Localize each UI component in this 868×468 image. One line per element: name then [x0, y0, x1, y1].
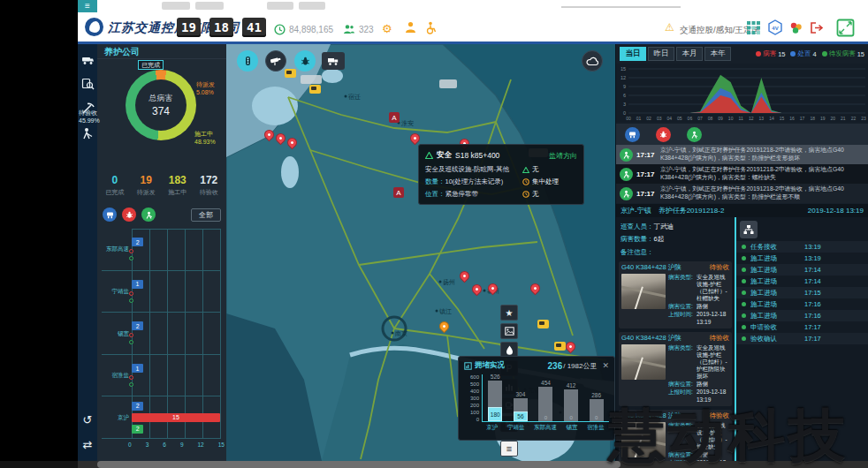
tooltip-qty: 10(处理方法未记录) — [445, 177, 504, 185]
weather-cloud-button[interactable] — [582, 50, 603, 72]
vehicle-marker[interactable] — [285, 69, 296, 78]
svg-text:11: 11 — [739, 116, 743, 121]
map-menu-button[interactable]: ≡ — [500, 441, 518, 457]
event-list: 17:17京沪-宁镇，刘斌正在对养护任务20191218-2申请验收，病害地点G… — [616, 145, 868, 203]
hexagon-4v-icon[interactable]: 4V — [767, 19, 783, 39]
svg-text:03: 03 — [657, 116, 662, 121]
worker-filter-button[interactable] — [687, 127, 702, 142]
province-map[interactable]: 宿迁淮安盐城扬州泰州镇江南京常州无锡苏州南通 AA ★ — [226, 44, 615, 461]
cctv-camera-button[interactable] — [265, 50, 286, 72]
tab-本年[interactable]: 本年 — [704, 47, 731, 61]
close-icon[interactable]: ✕ — [602, 361, 609, 370]
tab-当日[interactable]: 当日 — [620, 47, 646, 61]
browser-chip — [195, 2, 224, 10]
congestion-x-labels: 京沪宁靖盐东部高速锡宜宿淮盐 — [482, 424, 609, 432]
clock-colon: : — [236, 21, 240, 34]
timeline-item: 施工进场17:14 — [736, 276, 868, 287]
defect-photo — [621, 344, 666, 380]
congestion-total: / 1982公里 — [563, 361, 597, 371]
defect-donut-zone: 总病害 374 已完成 待派发5.08% 施工中48.93% 待验收45.99% — [97, 59, 226, 172]
svg-text:23: 23 — [861, 116, 866, 121]
favorite-star-button[interactable]: ★ — [500, 305, 518, 321]
defect-card[interactable]: G40 K384+428 沪陕待验收病害类型:安全及巡线设施-护栏（已扣杆）-柱… — [619, 261, 732, 328]
undo-icon[interactable]: ↺ — [78, 413, 97, 426]
sweeper-truck-icon[interactable] — [78, 53, 97, 69]
event-tooltip: 安全 S18 k85+400 盐靖方向 安全及巡线设施-防眩网-其他 无 数量：… — [418, 144, 584, 205]
clock-colon: : — [203, 21, 207, 34]
bar-segment: 1 — [132, 280, 143, 289]
zero-dot — [129, 382, 133, 387]
bar-segment: 2 — [132, 238, 143, 246]
zero-dot — [129, 291, 133, 296]
maintenance-stats: 0已完成19待派发183施工中172待验收 — [97, 172, 226, 204]
stat-待派发: 19待派发 — [131, 172, 163, 204]
safety-triangle-icon — [425, 152, 433, 159]
svg-text:06: 06 — [688, 116, 693, 121]
worker-filter-button[interactable] — [141, 208, 156, 222]
svg-text:9: 9 — [623, 84, 626, 89]
hamburger-menu-button[interactable]: ≡ — [78, 0, 97, 12]
bug-filter-button[interactable] — [656, 127, 671, 142]
svg-text:18: 18 — [810, 116, 815, 121]
all-filter-button[interactable]: 全部 — [191, 208, 221, 222]
logout-icon[interactable] — [810, 21, 824, 38]
stat-施工中: 183施工中 — [162, 172, 194, 204]
event-item[interactable]: 17:17京沪-宁镇，刘斌正在对养护任务20191218-2申请验收，病害地点G… — [616, 184, 868, 203]
company-logo — [85, 18, 103, 36]
svg-text:22: 22 — [851, 116, 857, 121]
truck-layer-toggle[interactable] — [322, 52, 345, 70]
swap-arrows-icon[interactable]: ⇄ — [78, 438, 97, 451]
svg-text:15: 15 — [780, 116, 785, 121]
barrier-filter-button[interactable] — [103, 208, 117, 222]
bar-row-东部高速: 东部高速2 — [102, 229, 221, 271]
task-title: 京沪-宁镇 养护任务20191218-2 — [621, 206, 724, 215]
bug-filter-button[interactable] — [122, 208, 136, 222]
svg-text:08: 08 — [708, 116, 713, 121]
scrollbar-thumb[interactable] — [97, 461, 621, 468]
svg-text:淮安: 淮安 — [401, 120, 414, 127]
stat-待验收: 172待验收 — [194, 172, 225, 204]
road-worker-icon[interactable] — [78, 127, 97, 144]
tooltip-direction: 盐靖方向 — [549, 151, 577, 161]
tooltip-pos: 紧急停靠带 — [445, 190, 479, 198]
task-bar[interactable]: 京沪-宁镇 养护任务20191218-2 2019-12-18 13:19 — [616, 204, 868, 217]
clock-hours: 19 — [177, 18, 201, 37]
browser-chip — [267, 2, 293, 10]
flag-triangle-icon — [522, 167, 529, 173]
event-item[interactable]: 17:17京沪-宁镇，刘斌正在对养护任务20191218-2申请验收，病害地点G… — [616, 164, 868, 184]
patrol-search-icon[interactable] — [78, 78, 97, 94]
barrier-filter-button[interactable] — [625, 127, 640, 142]
fullscreen-icon[interactable] — [836, 19, 855, 41]
right-filter-row — [616, 124, 868, 145]
org-chart-icon[interactable] — [740, 221, 758, 238]
traffic-flow-stat: 84,898,165 — [274, 24, 333, 35]
zero-dot — [129, 340, 133, 344]
vehicle-marker[interactable] — [537, 320, 549, 328]
tab-昨日[interactable]: 昨日 — [648, 47, 674, 61]
user-icon[interactable] — [405, 21, 416, 37]
detail-row: 巡查人员：丁武迪 — [621, 221, 730, 233]
accessibility-icon[interactable] — [424, 21, 438, 38]
vehicle-marker[interactable] — [309, 85, 321, 94]
vendor-watermark: 慧动科技 — [608, 397, 849, 468]
people-icon — [343, 24, 355, 34]
accident-badge[interactable]: A — [393, 187, 404, 198]
defect-card[interactable]: G40 K384+428 沪陕待验收病害类型:安全及巡线设施-护栏（已扣杆）-护… — [619, 332, 732, 406]
vehicle-marker[interactable] — [554, 342, 566, 351]
svg-text:6: 6 — [623, 93, 626, 98]
accident-badge[interactable]: A — [389, 112, 400, 123]
image-layer-button[interactable] — [500, 323, 518, 339]
tab-本月[interactable]: 本月 — [676, 47, 703, 61]
map-label-box — [301, 75, 322, 84]
congestion-value: 236 — [548, 361, 563, 371]
svg-text:09: 09 — [718, 116, 723, 121]
bug-events-button[interactable] — [294, 50, 316, 72]
tool-rail: ↺ ⇄ — [78, 44, 97, 461]
gear-icon[interactable]: ⚙ — [382, 22, 392, 35]
svg-text:21: 21 — [841, 116, 846, 121]
event-item[interactable]: 17:17京沪-宁镇，刘斌正在对养护任务20191218-2申请验收，病害地点G… — [616, 145, 868, 164]
svg-text:14: 14 — [769, 116, 774, 121]
color-dots-icon[interactable] — [789, 21, 803, 38]
grid-apps-icon[interactable] — [747, 21, 760, 38]
traffic-light-button[interactable] — [237, 50, 258, 72]
